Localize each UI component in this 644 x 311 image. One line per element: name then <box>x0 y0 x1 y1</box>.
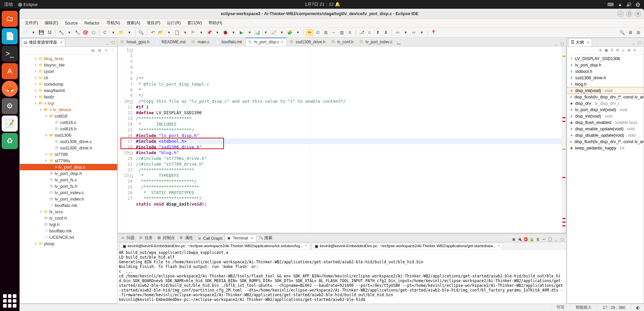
app-indicator[interactable]: Eclipse <box>18 2 38 7</box>
network-icon[interactable]: ▲ <box>618 2 622 7</box>
keyboard-icon[interactable]: ⌨ <box>607 2 614 7</box>
bell-icon[interactable]: 🔔 <box>335 2 340 7</box>
volume-icon[interactable]: 🔊 <box>626 2 632 7</box>
system-top-bar: 活动 Eclipse 1月7日 21：12 🔔 ⌨ ▲ 🔊 ⏻ <box>0 0 644 9</box>
power-icon[interactable]: ⏻ <box>636 2 640 7</box>
activities-button[interactable]: 活动 <box>4 1 13 7</box>
eclipse-icon <box>18 3 22 7</box>
clock[interactable]: 1月7日 21：12 <box>305 2 334 7</box>
